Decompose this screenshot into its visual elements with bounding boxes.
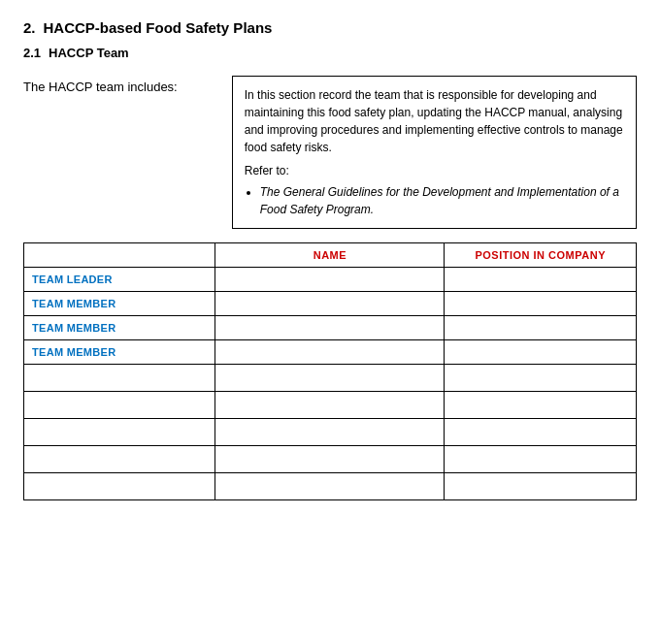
bullet-text: The General Guidelines for the Developme… xyxy=(260,185,619,216)
role-cell xyxy=(24,419,215,446)
position-cell xyxy=(445,392,637,419)
position-cell xyxy=(445,446,637,473)
section-title: HACCP-based Food Safety Plans xyxy=(44,19,273,36)
info-box: In this section record the team that is … xyxy=(232,76,637,229)
role-cell xyxy=(24,446,215,473)
table-row: TEAM MEMBER xyxy=(24,292,637,316)
position-cell xyxy=(445,292,637,316)
role-cell xyxy=(24,473,215,500)
name-cell xyxy=(215,392,445,419)
subsection-number: 2.1 xyxy=(23,46,41,60)
col-header-position: POSITION IN COMPANY xyxy=(445,243,637,268)
table-row xyxy=(24,365,637,392)
name-cell xyxy=(215,446,445,473)
name-cell xyxy=(215,473,445,500)
role-cell xyxy=(24,392,215,419)
section-number: 2. xyxy=(23,19,36,36)
position-cell xyxy=(445,473,637,500)
position-cell xyxy=(445,419,637,446)
name-cell xyxy=(215,340,445,365)
section-heading: 2. HACCP-based Food Safety Plans xyxy=(23,19,637,36)
role-cell: TEAM MEMBER xyxy=(24,292,215,316)
name-cell xyxy=(215,419,445,446)
table-row xyxy=(24,446,637,473)
team-table: NAME POSITION IN COMPANY TEAM LEADERTEAM… xyxy=(23,242,637,500)
position-cell xyxy=(445,340,637,365)
role-cell: TEAM MEMBER xyxy=(24,316,215,340)
name-cell xyxy=(215,292,445,316)
table-header-row: NAME POSITION IN COMPANY xyxy=(24,243,637,268)
name-cell xyxy=(215,316,445,340)
subsection-title: HACCP Team xyxy=(49,46,129,60)
table-row: TEAM LEADER xyxy=(24,268,637,292)
name-cell xyxy=(215,268,445,292)
info-paragraph: In this section record the team that is … xyxy=(245,86,624,156)
role-cell: TEAM MEMBER xyxy=(24,340,215,365)
col-header-role xyxy=(24,243,215,268)
subsection-heading: 2.1 HACCP Team xyxy=(23,46,637,60)
table-row: TEAM MEMBER xyxy=(24,340,637,365)
col-header-name: NAME xyxy=(215,243,445,268)
name-cell xyxy=(215,365,445,392)
table-row xyxy=(24,419,637,446)
content-area: The HACCP team includes: In this section… xyxy=(23,76,637,229)
table-row xyxy=(24,473,637,500)
position-cell xyxy=(445,365,637,392)
position-cell xyxy=(445,268,637,292)
refer-label: Refer to: xyxy=(245,162,624,179)
left-label: The HACCP team includes: xyxy=(23,76,178,94)
position-cell xyxy=(445,316,637,340)
bullet-item: The General Guidelines for the Developme… xyxy=(260,183,624,218)
table-row: TEAM MEMBER xyxy=(24,316,637,340)
role-cell xyxy=(24,365,215,392)
table-row xyxy=(24,392,637,419)
role-cell: TEAM LEADER xyxy=(24,268,215,292)
